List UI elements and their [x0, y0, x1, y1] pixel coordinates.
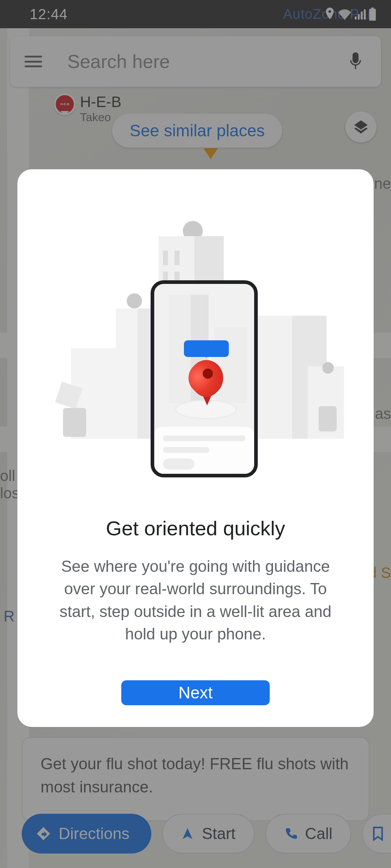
illustration-tooltip [184, 340, 229, 357]
illustration-phone [151, 280, 258, 477]
next-button[interactable]: Next [121, 680, 270, 705]
onboarding-dialog: Get oriented quickly See where you're go… [17, 169, 374, 727]
illustration-pin-icon [189, 361, 225, 404]
dialog-illustration [39, 191, 352, 513]
dialog-title: Get oriented quickly [39, 516, 352, 540]
dialog-body: See where you're going with guidance ove… [39, 555, 352, 646]
next-button-label: Next [178, 683, 213, 702]
